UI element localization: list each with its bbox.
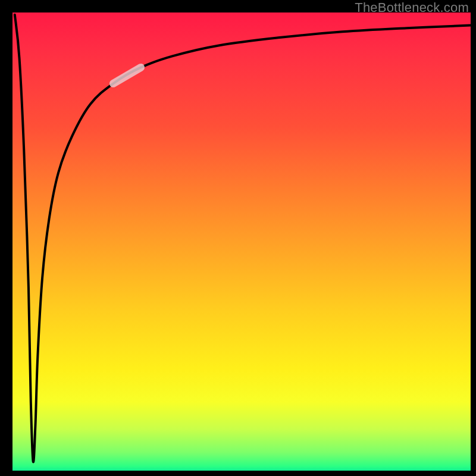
plot-area <box>12 12 471 471</box>
curve-highlight-segment <box>113 67 140 83</box>
curve-svg <box>12 12 471 471</box>
chart-frame: TheBottleneck.com <box>0 0 476 476</box>
bottleneck-curve-path <box>15 15 471 462</box>
